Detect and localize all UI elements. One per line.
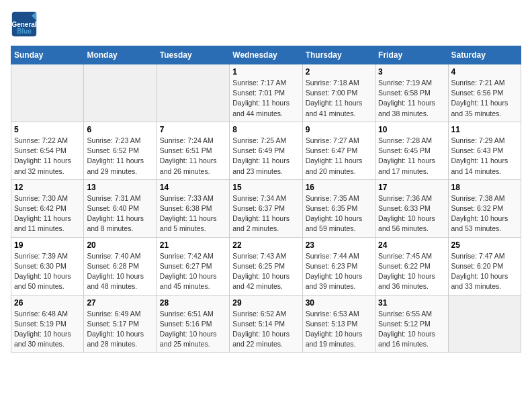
day-info: Sunrise: 7:21 AMSunset: 6:56 PMDaylight:…	[451, 78, 518, 119]
day-info: Sunrise: 7:18 AMSunset: 7:00 PMDaylight:…	[306, 78, 372, 119]
calendar-cell: 13Sunrise: 7:31 AMSunset: 6:40 PMDayligh…	[84, 179, 157, 237]
day-header-tuesday: Tuesday	[157, 46, 229, 64]
day-info: Sunrise: 7:40 AMSunset: 6:28 PMDaylight:…	[87, 251, 153, 292]
calendar-week-2: 5Sunrise: 7:22 AMSunset: 6:54 PMDaylight…	[11, 122, 521, 179]
calendar-cell: 3Sunrise: 7:19 AMSunset: 6:58 PMDaylight…	[375, 64, 448, 122]
day-info: Sunrise: 6:48 AMSunset: 5:19 PMDaylight:…	[14, 309, 81, 350]
day-info: Sunrise: 7:30 AMSunset: 6:42 PMDaylight:…	[14, 193, 81, 234]
day-number: 20	[87, 240, 153, 250]
day-number: 19	[14, 240, 81, 250]
day-number: 26	[14, 298, 81, 308]
day-number: 3	[378, 67, 445, 77]
day-header-thursday: Thursday	[302, 46, 375, 64]
day-number: 15	[232, 183, 299, 192]
day-info: Sunrise: 7:17 AMSunset: 7:01 PMDaylight:…	[232, 78, 299, 119]
day-info: Sunrise: 7:36 AMSunset: 6:33 PMDaylight:…	[378, 193, 445, 234]
day-header-friday: Friday	[375, 46, 448, 64]
day-info: Sunrise: 7:34 AMSunset: 6:37 PMDaylight:…	[232, 193, 299, 234]
day-info: Sunrise: 7:35 AMSunset: 6:35 PMDaylight:…	[306, 193, 372, 234]
calendar-cell	[84, 64, 157, 122]
calendar-cell: 10Sunrise: 7:28 AMSunset: 6:45 PMDayligh…	[375, 122, 448, 179]
calendar-cell: 19Sunrise: 7:39 AMSunset: 6:30 PMDayligh…	[11, 237, 84, 295]
calendar-cell: 5Sunrise: 7:22 AMSunset: 6:54 PMDaylight…	[11, 122, 84, 179]
day-number: 18	[451, 183, 518, 192]
day-number: 25	[451, 240, 518, 250]
calendar-cell: 1Sunrise: 7:17 AMSunset: 7:01 PMDaylight…	[230, 64, 302, 122]
calendar-cell: 23Sunrise: 7:44 AMSunset: 6:23 PMDayligh…	[302, 237, 375, 295]
day-info: Sunrise: 7:19 AMSunset: 6:58 PMDaylight:…	[378, 78, 445, 119]
day-number: 7	[160, 125, 226, 134]
calendar-header: SundayMondayTuesdayWednesdayThursdayFrid…	[11, 46, 521, 64]
day-info: Sunrise: 6:52 AMSunset: 5:14 PMDaylight:…	[232, 309, 299, 350]
day-info: Sunrise: 7:25 AMSunset: 6:49 PMDaylight:…	[232, 136, 299, 177]
calendar-cell: 14Sunrise: 7:33 AMSunset: 6:38 PMDayligh…	[157, 179, 229, 237]
calendar-cell: 31Sunrise: 6:55 AMSunset: 5:12 PMDayligh…	[375, 295, 448, 353]
calendar-cell	[448, 295, 521, 353]
day-number: 11	[451, 125, 518, 134]
day-number: 10	[378, 125, 445, 134]
calendar-cell: 20Sunrise: 7:40 AMSunset: 6:28 PMDayligh…	[84, 237, 157, 295]
day-number: 4	[451, 67, 518, 77]
day-info: Sunrise: 7:22 AMSunset: 6:54 PMDaylight:…	[14, 136, 81, 177]
day-number: 14	[160, 183, 226, 192]
calendar-cell: 12Sunrise: 7:30 AMSunset: 6:42 PMDayligh…	[11, 179, 84, 237]
calendar-cell: 29Sunrise: 6:52 AMSunset: 5:14 PMDayligh…	[230, 295, 302, 353]
day-number: 13	[87, 183, 153, 192]
day-info: Sunrise: 6:55 AMSunset: 5:12 PMDaylight:…	[378, 309, 445, 350]
day-info: Sunrise: 6:53 AMSunset: 5:13 PMDaylight:…	[306, 309, 372, 350]
day-number: 6	[87, 125, 153, 134]
page-header: General Blue	[11, 11, 521, 38]
calendar-cell: 18Sunrise: 7:38 AMSunset: 6:32 PMDayligh…	[448, 179, 521, 237]
day-number: 16	[306, 183, 372, 192]
calendar-week-3: 12Sunrise: 7:30 AMSunset: 6:42 PMDayligh…	[11, 179, 521, 237]
calendar-cell: 16Sunrise: 7:35 AMSunset: 6:35 PMDayligh…	[302, 179, 375, 237]
calendar-cell: 15Sunrise: 7:34 AMSunset: 6:37 PMDayligh…	[230, 179, 302, 237]
day-number: 12	[14, 183, 81, 192]
day-number: 17	[378, 183, 445, 192]
calendar-body: 1Sunrise: 7:17 AMSunset: 7:01 PMDaylight…	[11, 64, 521, 353]
day-number: 23	[306, 240, 372, 250]
day-number: 22	[232, 240, 299, 250]
calendar-week-5: 26Sunrise: 6:48 AMSunset: 5:19 PMDayligh…	[11, 295, 521, 353]
day-number: 27	[87, 298, 153, 308]
day-info: Sunrise: 7:38 AMSunset: 6:32 PMDaylight:…	[451, 193, 518, 234]
day-info: Sunrise: 6:49 AMSunset: 5:17 PMDaylight:…	[87, 309, 153, 350]
day-info: Sunrise: 7:47 AMSunset: 6:20 PMDaylight:…	[451, 251, 518, 292]
calendar-week-1: 1Sunrise: 7:17 AMSunset: 7:01 PMDaylight…	[11, 64, 521, 122]
calendar-cell: 28Sunrise: 6:51 AMSunset: 5:16 PMDayligh…	[157, 295, 229, 353]
calendar-cell: 8Sunrise: 7:25 AMSunset: 6:49 PMDaylight…	[230, 122, 302, 179]
day-number: 29	[232, 298, 299, 308]
day-info: Sunrise: 7:39 AMSunset: 6:30 PMDaylight:…	[14, 251, 81, 292]
day-info: Sunrise: 7:24 AMSunset: 6:51 PMDaylight:…	[160, 136, 226, 177]
calendar-cell: 21Sunrise: 7:42 AMSunset: 6:27 PMDayligh…	[157, 237, 229, 295]
day-info: Sunrise: 7:44 AMSunset: 6:23 PMDaylight:…	[306, 251, 372, 292]
day-number: 2	[306, 67, 372, 77]
day-header-sunday: Sunday	[11, 46, 84, 64]
calendar-cell: 24Sunrise: 7:45 AMSunset: 6:22 PMDayligh…	[375, 237, 448, 295]
day-info: Sunrise: 7:43 AMSunset: 6:25 PMDaylight:…	[232, 251, 299, 292]
logo: General Blue	[11, 11, 40, 38]
calendar-week-4: 19Sunrise: 7:39 AMSunset: 6:30 PMDayligh…	[11, 237, 521, 295]
day-header-monday: Monday	[84, 46, 157, 64]
day-info: Sunrise: 7:42 AMSunset: 6:27 PMDaylight:…	[160, 251, 226, 292]
day-info: Sunrise: 7:33 AMSunset: 6:38 PMDaylight:…	[160, 193, 226, 234]
day-number: 9	[306, 125, 372, 134]
calendar-cell: 22Sunrise: 7:43 AMSunset: 6:25 PMDayligh…	[230, 237, 302, 295]
calendar-cell: 11Sunrise: 7:29 AMSunset: 6:43 PMDayligh…	[448, 122, 521, 179]
calendar-cell: 17Sunrise: 7:36 AMSunset: 6:33 PMDayligh…	[375, 179, 448, 237]
logo-icon: General Blue	[11, 11, 38, 38]
calendar-cell: 25Sunrise: 7:47 AMSunset: 6:20 PMDayligh…	[448, 237, 521, 295]
day-header-saturday: Saturday	[448, 46, 521, 64]
day-info: Sunrise: 7:23 AMSunset: 6:52 PMDaylight:…	[87, 136, 153, 177]
svg-text:Blue: Blue	[17, 28, 32, 35]
calendar-cell: 2Sunrise: 7:18 AMSunset: 7:00 PMDaylight…	[302, 64, 375, 122]
calendar-cell: 9Sunrise: 7:27 AMSunset: 6:47 PMDaylight…	[302, 122, 375, 179]
day-number: 28	[160, 298, 226, 308]
calendar-cell: 4Sunrise: 7:21 AMSunset: 6:56 PMDaylight…	[448, 64, 521, 122]
calendar-cell: 6Sunrise: 7:23 AMSunset: 6:52 PMDaylight…	[84, 122, 157, 179]
day-number: 31	[378, 298, 445, 308]
day-info: Sunrise: 7:31 AMSunset: 6:40 PMDaylight:…	[87, 193, 153, 234]
day-number: 8	[232, 125, 299, 134]
day-info: Sunrise: 7:29 AMSunset: 6:43 PMDaylight:…	[451, 136, 518, 177]
calendar-cell: 7Sunrise: 7:24 AMSunset: 6:51 PMDaylight…	[157, 122, 229, 179]
